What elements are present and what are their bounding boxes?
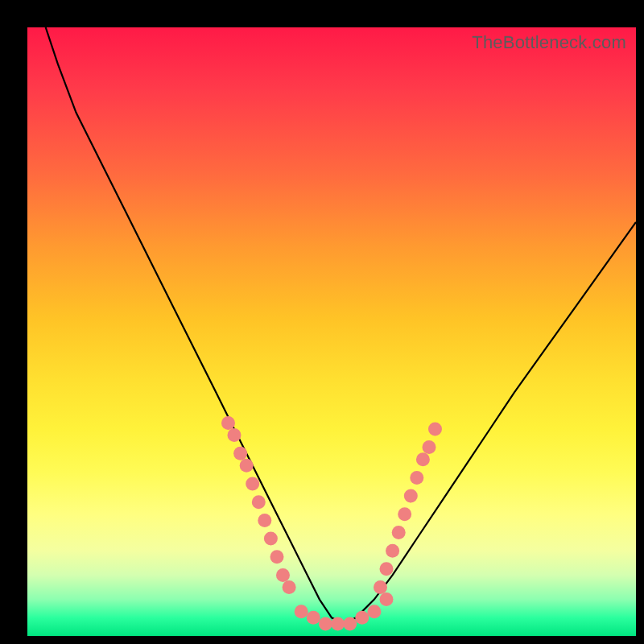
data-dot <box>246 477 259 491</box>
data-dot <box>380 592 394 606</box>
chart-frame: TheBottleneck.com <box>0 0 644 644</box>
data-dot <box>276 568 290 582</box>
data-dot <box>416 452 430 466</box>
data-dot <box>270 550 284 564</box>
data-dot <box>283 580 296 594</box>
bottleneck-curve <box>27 27 636 636</box>
data-dot <box>355 611 369 625</box>
data-dot <box>221 416 235 430</box>
data-dot <box>367 605 381 618</box>
data-dot <box>331 617 345 630</box>
data-dot <box>295 605 308 618</box>
curve-path <box>46 27 636 624</box>
data-dot <box>398 507 411 521</box>
data-dot <box>233 447 247 460</box>
data-dot <box>258 514 271 527</box>
data-dot <box>404 489 418 503</box>
data-dot <box>374 580 387 594</box>
data-dot <box>428 423 442 436</box>
data-dot <box>392 526 406 539</box>
data-dot <box>380 562 394 576</box>
data-dot <box>423 440 436 454</box>
data-dot <box>410 471 423 485</box>
data-dot <box>240 459 254 473</box>
data-dot <box>343 617 357 630</box>
data-dot <box>319 617 332 630</box>
plot-area: TheBottleneck.com <box>27 27 636 636</box>
data-dot <box>264 532 278 546</box>
data-dot <box>252 495 266 509</box>
data-dot <box>386 544 399 558</box>
data-dot <box>228 428 242 442</box>
data-dot <box>307 611 320 625</box>
dot-layer <box>221 416 442 631</box>
